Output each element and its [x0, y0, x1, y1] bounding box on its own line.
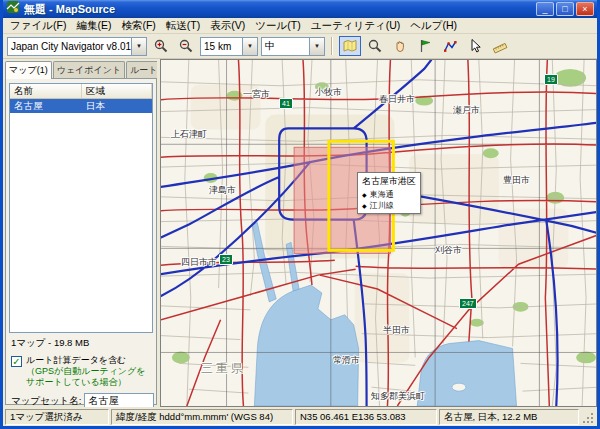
arrow-cursor-icon [467, 38, 483, 54]
app-icon [6, 0, 20, 18]
map-name-cell: 名古屋 [10, 99, 82, 113]
map-icon [342, 38, 358, 54]
dropdown-arrow-icon[interactable]: ▼ [242, 38, 257, 55]
map-select-tool-button[interactable] [339, 36, 361, 56]
map-product-value: Japan City Navigator v8.01 [8, 41, 131, 52]
menu-edit[interactable]: 編集(E) [71, 18, 116, 34]
menu-transfer[interactable]: 転送(T) [161, 18, 205, 34]
include-route-data-label: ルート計算データを含む （GPSが自動ルーティングをサポートしている場合） [26, 355, 151, 388]
hand-icon [392, 38, 408, 54]
check-icon: ✓ [12, 357, 20, 366]
column-header-name[interactable]: 名前 [10, 84, 82, 98]
zoom-scale-value: 15 km [201, 41, 242, 52]
tab-waypoints[interactable]: ウェイポイント [53, 61, 125, 78]
status-selection: 1マップ選択済み [5, 409, 109, 425]
menu-file[interactable]: ファイル(F) [5, 18, 71, 34]
map-product-selector[interactable]: Japan City Navigator v8.01 ▼ [7, 37, 147, 56]
window-title: 無題 - MapSource [24, 2, 532, 17]
ruler-icon [492, 38, 508, 54]
tooltip-item-text: 江川線 [370, 200, 394, 211]
tooltip-title: 名古屋市港区 [362, 175, 416, 188]
status-position-format: 緯度/経度 hddd°mm.mmm' (WGS 84) [111, 409, 293, 425]
diamond-icon: ◆ [362, 191, 367, 198]
zoom-tool-button[interactable] [364, 36, 386, 56]
close-button[interactable]: × [576, 2, 594, 16]
route-icon [442, 38, 458, 54]
zoom-in-button[interactable] [150, 36, 172, 56]
zoom-scale-selector[interactable]: 15 km ▼ [200, 37, 258, 56]
statusbar: 1マップ選択済み 緯度/経度 hddd°mm.mmm' (WGS 84) N35… [3, 407, 597, 426]
sidebar: マップ(1) ウェイポイント ルート トラック 名前 区域 名古屋 日本 1マッ… [3, 59, 157, 407]
menu-find[interactable]: 検索(F) [116, 18, 160, 34]
mapsource-window: 無題 - MapSource _ □ × ファイル(F) 編集(E) 検索(F)… [0, 0, 600, 429]
map-view[interactable]: 上石津町 一宮市 小牧市 春日井市 瀬戸市 津島市 豊田市 刈谷市 四日市市 三… [160, 59, 597, 407]
selection-tool-button[interactable] [464, 36, 486, 56]
detail-level-selector[interactable]: 中 ▼ [261, 37, 325, 56]
map-list-row[interactable]: 名古屋 日本 [10, 99, 152, 113]
menu-tools[interactable]: ツール(T) [250, 18, 305, 34]
waypoint-tool-button[interactable] [414, 36, 436, 56]
tooltip-item: ◆ 東海通 [362, 189, 416, 200]
status-map-info: 名古屋, 日本, 12.2 MB [439, 409, 579, 425]
flag-icon [417, 38, 433, 54]
map-tooltip: 名古屋市港区 ◆ 東海通 ◆ 江川線 [357, 172, 421, 214]
measure-tool-button[interactable] [489, 36, 511, 56]
dropdown-arrow-icon[interactable]: ▼ [309, 38, 324, 55]
menu-view[interactable]: 表示(V) [205, 18, 250, 34]
route-tool-button[interactable] [439, 36, 461, 56]
map-count-summary: 1マップ - 19.8 MB [11, 337, 151, 350]
detail-level-value: 中 [262, 39, 309, 53]
mapset-name-label: マップセット名: [11, 395, 81, 408]
toolbar: Japan City Navigator v8.01 ▼ 15 km ▼ 中 ▼ [3, 34, 597, 59]
map-list[interactable]: 名前 区域 名古屋 日本 [9, 83, 153, 333]
map-list-header[interactable]: 名前 区域 [10, 84, 152, 99]
maximize-button[interactable]: □ [556, 2, 574, 16]
zoom-out-button[interactable] [175, 36, 197, 56]
map-region-cell: 日本 [82, 99, 152, 113]
diamond-icon: ◆ [362, 202, 367, 209]
resize-grip[interactable] [581, 409, 595, 425]
pan-hand-tool-button[interactable] [389, 36, 411, 56]
tab-maps[interactable]: マップ(1) [5, 61, 52, 79]
menu-help[interactable]: ヘルプ(H) [405, 18, 462, 34]
magnifier-icon [367, 38, 383, 54]
tooltip-item: ◆ 江川線 [362, 200, 416, 211]
map-canvas[interactable] [161, 60, 596, 406]
sidebar-tabs: マップ(1) ウェイポイント ルート トラック [5, 61, 157, 78]
dropdown-arrow-icon[interactable]: ▼ [131, 38, 146, 55]
menubar: ファイル(F) 編集(E) 検索(F) 転送(T) 表示(V) ツール(T) ユ… [3, 18, 597, 34]
titlebar[interactable]: 無題 - MapSource _ □ × [3, 0, 597, 18]
status-coordinates: N35 06.461 E136 53.083 [295, 409, 437, 425]
column-header-region[interactable]: 区域 [82, 84, 152, 98]
tooltip-item-text: 東海通 [370, 189, 394, 200]
toolbar-separator [331, 37, 333, 55]
minimize-button[interactable]: _ [536, 2, 554, 16]
maps-tab-panel: 名前 区域 名古屋 日本 1マップ - 19.8 MB ✓ ルート計算データを含… [5, 78, 157, 405]
include-route-data-checkbox[interactable]: ✓ [11, 356, 22, 367]
menu-utilities[interactable]: ユーティリティ(U) [306, 18, 406, 34]
